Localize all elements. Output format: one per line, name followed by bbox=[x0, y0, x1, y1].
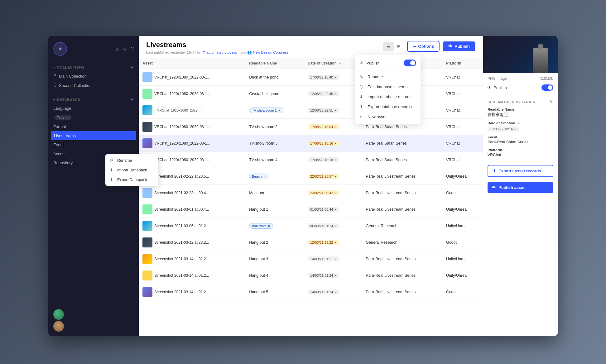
table-row[interactable]: Screenshot 2021-02-23 at 00.4...Museum23… bbox=[139, 185, 483, 201]
date-tag-icon: ✕ bbox=[514, 127, 517, 131]
asset-thumbnail bbox=[142, 188, 152, 198]
publisher-link[interactable]: ⚙ automated process bbox=[202, 50, 237, 55]
sidebar-item-language[interactable]: Language bbox=[48, 104, 139, 113]
add-database-button[interactable]: + bbox=[131, 97, 134, 103]
date-pill: 14/03/21 01:24 ✕ bbox=[308, 273, 339, 278]
date-cell: 17/08/22 18:16 ✕ bbox=[304, 135, 362, 152]
drag-icon: ⠿ bbox=[53, 74, 56, 79]
table-row[interactable]: Screenshot 2021-03-12 at 23.2...Hang out… bbox=[139, 234, 483, 251]
platform-field: Platform VRChat bbox=[483, 147, 558, 160]
table-row[interactable]: Screenshot 2021-03-01 at 00.4...Hang out… bbox=[139, 201, 483, 218]
options-button[interactable]: ··· Options bbox=[407, 41, 440, 52]
options-label: Options bbox=[418, 44, 434, 49]
context-menu: ↺ Rename ⬇ Import Danapack ⬆ Export Dana… bbox=[105, 154, 158, 186]
options-publish-icon: 👁 bbox=[359, 60, 364, 65]
options-export-records[interactable]: ⬆ Export database records bbox=[355, 102, 421, 112]
table-row[interactable]: VRChat_1920x1080_2022-08-1...Crystal bal… bbox=[139, 86, 483, 102]
asset-cell-11: Screenshot 2021-03-14 at 01.21... bbox=[139, 251, 245, 267]
context-rename[interactable]: ↺ Rename bbox=[105, 156, 158, 165]
avatar-globe[interactable] bbox=[53, 309, 64, 320]
new-asset-icon: + bbox=[359, 114, 364, 119]
publish-eye-icon: 👁 bbox=[448, 44, 453, 49]
exports-label: Exports asset records bbox=[498, 169, 541, 173]
export-danapack-label: Export Danapack bbox=[117, 178, 147, 182]
readable-name-cell: Hang out 5 bbox=[245, 284, 304, 300]
metadata-edit-icon[interactable]: ✎ bbox=[549, 99, 553, 104]
options-new-asset[interactable]: + New asset bbox=[355, 112, 421, 122]
publish-button[interactable]: 👁 Publish bbox=[443, 41, 475, 51]
date-cell: 01/03/21 00:44 ✕ bbox=[304, 201, 362, 218]
sidebar-item-type[interactable]: Type ✕ bbox=[48, 113, 139, 122]
context-import-danapack[interactable]: ⬇ Import Danapack bbox=[105, 165, 158, 175]
options-import-records[interactable]: ⬇ Import database records bbox=[355, 92, 421, 102]
table-row[interactable]: Screenshot 2021-02-22 at 23.5...Beach✕22… bbox=[139, 168, 483, 185]
publish-asset-button[interactable]: 👁 Publish asset bbox=[488, 182, 553, 193]
table-container: Asset Readable Name Date of Creation ▼ E… bbox=[139, 58, 483, 336]
sidebar-item-format[interactable]: Format bbox=[48, 122, 139, 131]
sidebar-item-livestreams[interactable]: Livestreams bbox=[51, 131, 136, 140]
readable-name-cell: TV show room 2 bbox=[245, 119, 304, 135]
table-row[interactable]: Screenshot 2021-03-14 at 01.2...Hang out… bbox=[139, 267, 483, 284]
search-icon[interactable]: ⌕ bbox=[116, 46, 119, 52]
table-row[interactable]: Screenshot 2021-03-06 at 01.2...Iron roo… bbox=[139, 218, 483, 234]
workspace-link[interactable]: 👥 New Design Congress bbox=[247, 50, 288, 55]
databases-label: DATABASES bbox=[57, 98, 80, 102]
add-collection-button[interactable]: + bbox=[131, 65, 134, 70]
table-row[interactable]: Screenshot 2021-03-14 at 01.21...Hang ou… bbox=[139, 251, 483, 267]
asset-thumbnail bbox=[142, 138, 152, 148]
platform-cell: Unity/Unreal bbox=[442, 267, 483, 284]
publish-toggle-sm[interactable] bbox=[541, 84, 553, 91]
preview-figure bbox=[533, 48, 548, 73]
help-icon[interactable]: ? bbox=[131, 46, 134, 52]
table-row[interactable]: VRChat_1920x1080_2022-08-1...TV show roo… bbox=[139, 119, 483, 135]
asset-filename: Screenshot 2021-03-14 at 01.2... bbox=[154, 273, 209, 278]
date-pill: 14/03/21 01:24 ✕ bbox=[308, 290, 339, 295]
rename-icon: ↺ bbox=[110, 158, 115, 163]
date-pill: 17/08/22 18:18 ✕ bbox=[308, 157, 339, 162]
collections-collapse-icon[interactable]: ▾ bbox=[53, 66, 55, 69]
last-published-text: Last published yesterday 16:44 by bbox=[146, 50, 201, 54]
context-export-danapack[interactable]: ⬆ Export Danapack bbox=[105, 175, 158, 184]
sidebar-item-event[interactable]: Event bbox=[48, 140, 139, 149]
platform-cell: Unity/Unreal bbox=[442, 218, 483, 234]
sidebar-item-main-collection[interactable]: ⠿ Main Collection bbox=[48, 71, 139, 81]
sidebar-top: ✦ ⌕ ⎋ ? bbox=[48, 39, 139, 60]
rename-label: Rename bbox=[368, 74, 383, 79]
asset-cell-8: Screenshot 2021-03-01 at 00.4... bbox=[139, 201, 245, 218]
databases-collapse-icon[interactable]: ▾ bbox=[53, 98, 55, 102]
access-label: Access bbox=[53, 151, 66, 156]
readable-name-cell: Duck at the pond bbox=[245, 69, 304, 86]
asset-thumbnail bbox=[142, 237, 152, 247]
date-sort-icon: ▼ bbox=[517, 122, 520, 125]
table-row[interactable]: VRChat_1920x1080_2022-08-1...TV show roo… bbox=[139, 152, 483, 168]
date-field-value: 17/08/22 18:16 ✕ bbox=[488, 127, 519, 132]
import-danapack-icon: ⬇ bbox=[110, 168, 115, 172]
asset-filename: VRChat_1920x1080_2022-08-1... bbox=[154, 158, 210, 162]
options-publish-toggle[interactable] bbox=[404, 60, 416, 66]
table-row[interactable]: VRChat_1920x1080_2022-08-1...Duck at the… bbox=[139, 69, 483, 86]
date-pill: 06/03/21 01:24 ✕ bbox=[308, 223, 339, 228]
list-view-button[interactable]: ☰ bbox=[383, 42, 394, 51]
date-cell: 17/08/22 16:40 ✕ bbox=[304, 69, 362, 86]
col-platform: Platform bbox=[442, 58, 483, 69]
options-rename[interactable]: ✎ Rename bbox=[355, 72, 421, 82]
avatar-person[interactable] bbox=[53, 321, 64, 332]
table-row[interactable]: VRChat_1920x1080_2022-08-1...TV show roo… bbox=[139, 135, 483, 152]
table-row[interactable]: VRChat_1920x1080_2022-...TV show room 1✕… bbox=[139, 102, 483, 119]
event-field-value: Para-Real Safari Series bbox=[488, 140, 553, 144]
exports-asset-records-button[interactable]: ⬆ Exports asset records bbox=[488, 165, 553, 177]
edit-schema-label: Edit database schema bbox=[368, 84, 408, 89]
table-row[interactable]: Screenshot 2021-03-14 at 01.2...Hang out… bbox=[139, 284, 483, 300]
sidebar-item-second-collection[interactable]: ⠿ Second Collection bbox=[48, 81, 139, 90]
grid-view-button[interactable]: ⊞ bbox=[394, 42, 404, 51]
options-dropdown: 👁 Publish ✎ Rename ⬡ Edit database schem… bbox=[355, 55, 421, 124]
options-edit-schema[interactable]: ⬡ Edit database schema bbox=[355, 82, 421, 92]
drag-icon: ⠿ bbox=[53, 83, 56, 88]
share-icon[interactable]: ⎋ bbox=[123, 46, 127, 52]
readable-name-cell: TV show room 1✕ bbox=[245, 102, 304, 119]
date-cell: 23/02/21 00:42 ✕ bbox=[304, 185, 362, 201]
header-row: Asset Readable Name Date of Creation ▼ E… bbox=[139, 58, 483, 69]
sort-icon[interactable]: ▼ bbox=[339, 62, 342, 65]
asset-cell-2: VRChat_1920x1080_2022-... bbox=[139, 102, 245, 119]
readable-name-cell: Museum bbox=[245, 185, 304, 201]
